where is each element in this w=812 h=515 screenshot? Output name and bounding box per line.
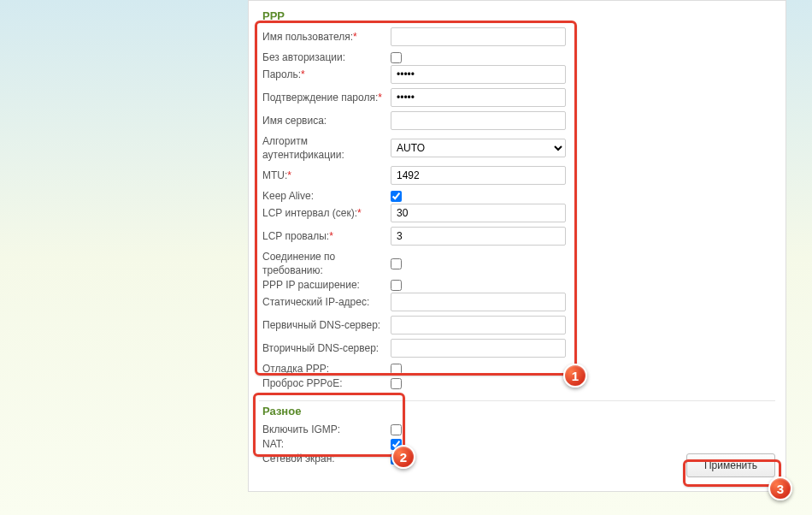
auth-algo-label: Алгоритм аутентификации:	[262, 134, 391, 162]
ppp-fields: Имя пользователя:* Без авторизации: Паро…	[259, 27, 775, 390]
lcp-interval-label: LCP интервал (сек):*	[262, 206, 391, 220]
password-confirm-label: Подтверждение пароля:*	[262, 91, 391, 104]
password-label: Пароль:*	[262, 68, 391, 81]
lcp-fail-label: LCP провалы:*	[262, 229, 391, 243]
dial-on-demand-checkbox[interactable]	[391, 258, 402, 269]
ppp-section-title: PPP	[259, 6, 775, 27]
mtu-label: MTU:*	[262, 169, 391, 182]
debug-label: Отладка PPP:	[262, 362, 391, 376]
static-ip-label: Статический IP-адрес:	[262, 295, 391, 309]
dns2-input[interactable]	[391, 339, 566, 358]
service-name-label: Имя сервиса:	[262, 114, 391, 127]
keepalive-checkbox[interactable]	[391, 191, 402, 202]
noauth-checkbox[interactable]	[391, 52, 402, 63]
password-confirm-input[interactable]	[391, 88, 566, 107]
lcp-fail-input[interactable]	[391, 227, 566, 246]
footer: Применить	[686, 453, 775, 477]
nat-label: NAT:	[262, 437, 391, 451]
mtu-input[interactable]	[391, 166, 566, 185]
igmp-label: Включить IGMP:	[262, 423, 391, 436]
firewall-checkbox[interactable]	[391, 453, 402, 465]
misc-section-title: Разное	[259, 401, 775, 423]
firewall-label: Сетевой экран:	[262, 452, 391, 465]
keepalive-label: Keep Alive:	[262, 189, 391, 203]
noauth-label: Без авторизации:	[262, 50, 391, 64]
pppoe-pass-checkbox[interactable]	[391, 378, 402, 389]
username-input[interactable]	[391, 27, 566, 46]
nat-checkbox[interactable]	[391, 439, 402, 450]
password-input[interactable]	[391, 65, 566, 84]
igmp-checkbox[interactable]	[391, 424, 402, 435]
dns1-input[interactable]	[391, 316, 566, 334]
dns2-label: Вторичный DNS-сервер:	[262, 341, 391, 355]
dns1-label: Первичный DNS-сервер:	[262, 318, 391, 332]
lcp-interval-input[interactable]	[391, 204, 566, 222]
settings-panel: PPP Имя пользователя:* Без авторизации: …	[248, 0, 786, 492]
static-ip-input[interactable]	[391, 293, 566, 311]
service-name-input[interactable]	[391, 111, 566, 130]
debug-checkbox[interactable]	[391, 364, 402, 375]
dial-on-demand-label: Соединение по требованию:	[262, 250, 391, 277]
ppp-ip-ext-label: PPP IP расширение:	[262, 278, 391, 292]
ppp-ip-ext-checkbox[interactable]	[391, 280, 402, 291]
pppoe-pass-label: Проброс PPPoE:	[262, 376, 391, 390]
auth-algo-select[interactable]: AUTO	[391, 139, 566, 157]
apply-button[interactable]: Применить	[686, 453, 775, 477]
username-label: Имя пользователя:*	[262, 30, 391, 44]
